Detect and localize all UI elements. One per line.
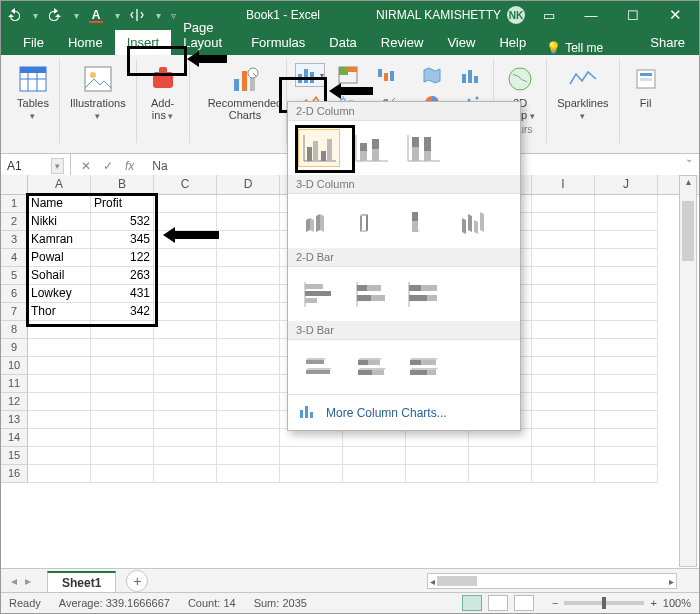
- cell[interactable]: [28, 375, 91, 393]
- cell[interactable]: [154, 393, 217, 411]
- row-header[interactable]: 12: [1, 393, 28, 411]
- cell[interactable]: [217, 411, 280, 429]
- cell[interactable]: 122: [91, 249, 154, 267]
- cell[interactable]: [217, 465, 280, 483]
- tab-view[interactable]: View: [435, 30, 487, 55]
- sheet-tab-sheet1[interactable]: Sheet1: [47, 571, 116, 592]
- cell[interactable]: 263: [91, 267, 154, 285]
- stacked-bar-3d[interactable]: [350, 348, 392, 386]
- cell[interactable]: [217, 303, 280, 321]
- waterfall-chart-button[interactable]: [371, 63, 401, 87]
- cell[interactable]: [595, 303, 658, 321]
- row-header[interactable]: 10: [1, 357, 28, 375]
- cell[interactable]: [217, 357, 280, 375]
- clustered-column-2d[interactable]: [298, 129, 340, 167]
- cell[interactable]: [28, 339, 91, 357]
- cell[interactable]: [406, 429, 469, 447]
- cell[interactable]: [91, 429, 154, 447]
- cell[interactable]: [91, 393, 154, 411]
- group-addins[interactable]: Add- ins ▾: [137, 59, 190, 143]
- cell[interactable]: [28, 321, 91, 339]
- stacked-column-3d[interactable]: [350, 202, 392, 240]
- share-button[interactable]: Share: [632, 30, 699, 55]
- cell[interactable]: [154, 411, 217, 429]
- cell[interactable]: [154, 303, 217, 321]
- cell[interactable]: [532, 303, 595, 321]
- row-header[interactable]: 2: [1, 213, 28, 231]
- cell[interactable]: [154, 321, 217, 339]
- cell[interactable]: [532, 231, 595, 249]
- cell[interactable]: [154, 267, 217, 285]
- cell[interactable]: Sohail: [28, 267, 91, 285]
- touch-mode-icon[interactable]: [130, 8, 144, 22]
- cell[interactable]: Thor: [28, 303, 91, 321]
- cell[interactable]: [532, 429, 595, 447]
- tab-home[interactable]: Home: [56, 30, 115, 55]
- cell[interactable]: Powal: [28, 249, 91, 267]
- cell[interactable]: Name: [28, 195, 91, 213]
- cell[interactable]: [217, 195, 280, 213]
- tab-formulas[interactable]: Formulas: [239, 30, 317, 55]
- column-header[interactable]: J: [595, 175, 658, 194]
- cell[interactable]: [532, 267, 595, 285]
- scroll-up-icon[interactable]: ▴: [680, 176, 696, 187]
- sheet-next-icon[interactable]: ▸: [25, 574, 31, 588]
- clustered-bar-3d[interactable]: [298, 348, 340, 386]
- cell[interactable]: [595, 393, 658, 411]
- cell[interactable]: [217, 249, 280, 267]
- tab-file[interactable]: File: [11, 30, 56, 55]
- font-color-icon[interactable]: A: [89, 8, 103, 22]
- cell[interactable]: [91, 321, 154, 339]
- tab-data[interactable]: Data: [317, 30, 368, 55]
- cell[interactable]: [28, 411, 91, 429]
- redo-icon[interactable]: [48, 8, 62, 22]
- scroll-right-icon[interactable]: ▸: [669, 576, 674, 587]
- cell[interactable]: Lowkey: [28, 285, 91, 303]
- cell[interactable]: [532, 249, 595, 267]
- zoom-level[interactable]: 100%: [663, 597, 691, 609]
- cell[interactable]: [217, 231, 280, 249]
- cell[interactable]: [595, 339, 658, 357]
- cell[interactable]: [595, 447, 658, 465]
- cell[interactable]: [154, 249, 217, 267]
- cell[interactable]: [532, 213, 595, 231]
- group-sparklines[interactable]: Sparklines▾: [547, 59, 619, 143]
- formula-input[interactable]: Na: [144, 159, 167, 173]
- tab-review[interactable]: Review: [369, 30, 436, 55]
- cell[interactable]: [91, 447, 154, 465]
- cell[interactable]: 342: [91, 303, 154, 321]
- normal-view-button[interactable]: [462, 595, 482, 611]
- undo-icon[interactable]: [7, 8, 21, 22]
- row-header[interactable]: 8: [1, 321, 28, 339]
- cell[interactable]: [217, 267, 280, 285]
- row-header[interactable]: 14: [1, 429, 28, 447]
- cell[interactable]: [595, 465, 658, 483]
- clustered-bar-2d[interactable]: [298, 275, 340, 313]
- expand-formula-bar-icon[interactable]: ⌄: [685, 153, 693, 164]
- group-tables[interactable]: Tables▾: [7, 59, 60, 143]
- cell[interactable]: [154, 357, 217, 375]
- cell[interactable]: [343, 447, 406, 465]
- cell[interactable]: [91, 375, 154, 393]
- page-layout-view-button[interactable]: [488, 595, 508, 611]
- zoom-control[interactable]: − + 100%: [552, 597, 691, 609]
- group-recommended-charts[interactable]: Recommended Charts: [190, 59, 288, 143]
- fx-icon[interactable]: fx: [125, 159, 134, 173]
- cell[interactable]: [532, 375, 595, 393]
- row-header[interactable]: 16: [1, 465, 28, 483]
- column-header[interactable]: C: [154, 175, 217, 194]
- dropdown-icon[interactable]: ▾: [113, 10, 120, 21]
- map-chart-button[interactable]: [417, 63, 447, 87]
- cell[interactable]: [532, 285, 595, 303]
- cell[interactable]: [595, 213, 658, 231]
- cell[interactable]: [595, 267, 658, 285]
- scrollbar-thumb[interactable]: [437, 576, 477, 586]
- cell[interactable]: [595, 357, 658, 375]
- cell[interactable]: [343, 429, 406, 447]
- cell[interactable]: Nikki: [28, 213, 91, 231]
- cell[interactable]: [217, 213, 280, 231]
- cell[interactable]: [595, 195, 658, 213]
- cell[interactable]: [280, 447, 343, 465]
- cell[interactable]: [28, 357, 91, 375]
- cell[interactable]: [532, 465, 595, 483]
